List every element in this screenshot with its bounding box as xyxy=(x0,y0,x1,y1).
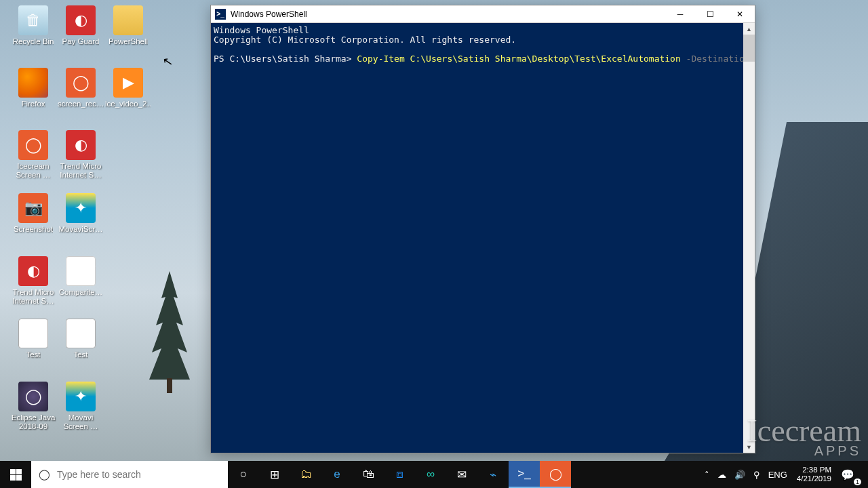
taskbar-vscode[interactable]: ⌁ xyxy=(477,461,509,488)
icon-label: MovaviScr… xyxy=(58,225,102,234)
icon-label: Movavi Screen … xyxy=(58,413,104,431)
app-icon: ▶ xyxy=(113,68,143,98)
tray-network-icon[interactable]: ⚲ xyxy=(749,461,764,488)
window-title: Windows PowerShell xyxy=(231,9,665,19)
desktop-icon-ice-video-2[interactable]: ▶ice_video_2… xyxy=(105,68,151,108)
desktop-icon-trend-micro-internet-s[interactable]: ◐Trend Micro Internet S… xyxy=(10,256,56,306)
app-icon: ≣ xyxy=(18,319,48,348)
scroll-down-icon[interactable]: ▼ xyxy=(743,441,755,453)
icon-label: Test xyxy=(73,350,87,359)
icon-label: Trend Micro Internet S… xyxy=(10,288,56,306)
icon-label: Pay Guard xyxy=(62,37,100,46)
taskbar: ◯ ○ ⊞ 🗂 e 🛍 ⧈ ∞ ✉ ⌁ >_ ◯ ˄ ☁ 🔊 ⚲ ENG 2:3… xyxy=(0,461,868,488)
tray-volume-icon[interactable]: 🔊 xyxy=(730,461,749,488)
app-icon xyxy=(18,68,48,98)
tray-notifications[interactable]: 💬1 xyxy=(837,461,864,488)
app-icon: ✦ xyxy=(66,382,96,411)
taskbar-search[interactable]: ◯ xyxy=(31,461,228,488)
taskbar-icecream[interactable]: ◯ xyxy=(540,461,571,488)
desktop-icon-eclipse-java-2018-09[interactable]: ◯Eclipse Java 2018-09 xyxy=(10,382,56,431)
tray-chevron-icon[interactable]: ˄ xyxy=(701,461,713,488)
desktop-icon-powershell[interactable]: PowerShell xyxy=(105,5,151,46)
scroll-track[interactable] xyxy=(743,62,755,441)
icon-label: Comparite… xyxy=(59,288,103,297)
app-icon: PDF xyxy=(66,256,96,286)
desktop-icon-trend-micro-internet-s[interactable]: ◐Trend Micro Internet S… xyxy=(58,130,104,180)
ps-param: -Destination xyxy=(686,54,750,64)
icon-label: PowerShell xyxy=(108,37,148,46)
desktop-icon-movavi-screen[interactable]: ✦Movavi Screen … xyxy=(58,382,104,431)
scroll-thumb[interactable] xyxy=(743,35,755,62)
app-icon: ◐ xyxy=(66,130,96,160)
app-icon: ◐ xyxy=(66,5,96,35)
icon-label: Firefox xyxy=(21,100,45,108)
taskbar-store[interactable]: 🛍 xyxy=(353,461,384,488)
desktop-icon-icecream-screen[interactable]: ◯Icecream Screen … xyxy=(10,130,56,180)
icon-label: Screenshot xyxy=(14,225,53,234)
ps-prompt: PS C:\Users\Satish Sharma> xyxy=(214,54,357,64)
cortana-button[interactable]: ○ xyxy=(228,461,259,488)
desktop-icon-comparite[interactable]: PDFComparite… xyxy=(58,256,104,297)
app-icon: 📷 xyxy=(18,193,48,223)
app-icon: 🗑 xyxy=(18,5,48,35)
windows-logo-icon xyxy=(10,469,22,481)
task-view-button[interactable]: ⊞ xyxy=(259,461,290,488)
ps-header-2: Copyright (C) Microsoft Corporation. All… xyxy=(214,35,516,45)
start-button[interactable] xyxy=(0,461,31,488)
minimize-button[interactable]: ─ xyxy=(665,5,695,23)
desktop-icon-screenshot[interactable]: 📷Screenshot xyxy=(10,193,56,234)
system-tray: ˄ ☁ 🔊 ⚲ ENG 2:38 PM 4/21/2019 💬1 xyxy=(701,461,868,488)
scrollbar[interactable]: ▲ ▼ xyxy=(743,23,755,453)
ps-arg: C:\Users\Satish Sharma\Desktop\Test\Exce… xyxy=(405,54,686,64)
clock-date: 4/21/2019 xyxy=(797,474,831,483)
icon-label: Eclipse Java 2018-09 xyxy=(10,413,56,431)
desktop-icon-pay-guard[interactable]: ◐Pay Guard xyxy=(58,5,104,46)
app-icon: ◯ xyxy=(18,130,48,160)
taskbar-mail[interactable]: ✉ xyxy=(446,461,477,488)
ps-header-1: Windows PowerShell xyxy=(214,25,309,35)
icon-label: ice_video_2… xyxy=(105,100,151,108)
scroll-up-icon[interactable]: ▲ xyxy=(743,23,755,35)
icon-label: Test xyxy=(26,350,40,359)
desktop-icon-test[interactable]: ≣Test xyxy=(58,319,104,359)
search-input[interactable] xyxy=(57,469,228,480)
search-icon: ◯ xyxy=(31,468,57,481)
powershell-icon: >_ xyxy=(215,9,226,20)
desktop-icon-screen-rec[interactable]: ◯screen_rec… xyxy=(58,68,104,108)
tray-onedrive-icon[interactable]: ☁ xyxy=(713,461,730,488)
icon-label: Trend Micro Internet S… xyxy=(58,162,104,180)
app-icon: ✦ xyxy=(66,193,96,223)
taskbar-dropbox[interactable]: ⧈ xyxy=(384,461,415,488)
taskbar-spacer xyxy=(571,461,701,488)
notif-badge: 1 xyxy=(854,479,861,485)
powershell-window: >_ Windows PowerShell ─ ☐ ✕ Windows Powe… xyxy=(210,5,755,453)
icon-label: Recycle Bin xyxy=(13,37,54,46)
terminal-body[interactable]: Windows PowerShell Copyright (C) Microso… xyxy=(211,23,755,66)
desktop-icon-recycle-bin[interactable]: 🗑Recycle Bin xyxy=(10,5,56,46)
close-button[interactable]: ✕ xyxy=(725,5,755,23)
app-icon: ◯ xyxy=(18,382,48,411)
tray-clock[interactable]: 2:38 PM 4/21/2019 xyxy=(791,466,837,483)
maximize-button[interactable]: ☐ xyxy=(695,5,725,23)
taskbar-powershell[interactable]: >_ xyxy=(509,461,540,488)
taskbar-arduino[interactable]: ∞ xyxy=(415,461,446,488)
icon-label: Icecream Screen … xyxy=(10,162,56,180)
ps-cmdlet: Copy-Item xyxy=(357,54,404,64)
app-icon: ◯ xyxy=(66,68,96,98)
app-icon: ≣ xyxy=(66,319,96,348)
taskbar-edge[interactable]: e xyxy=(321,461,353,488)
app-icon: ◐ xyxy=(18,256,48,286)
titlebar[interactable]: >_ Windows PowerShell ─ ☐ ✕ xyxy=(211,5,755,23)
desktop-icon-firefox[interactable]: Firefox xyxy=(10,68,56,108)
desktop-icon-test[interactable]: ≣Test xyxy=(10,319,56,359)
app-icon xyxy=(113,5,143,35)
desktop-icon-movaviscr[interactable]: ✦MovaviScr… xyxy=(58,193,104,234)
clock-time: 2:38 PM xyxy=(797,466,831,474)
icon-label: screen_rec… xyxy=(58,100,104,108)
tray-language[interactable]: ENG xyxy=(764,461,791,488)
taskbar-explorer[interactable]: 🗂 xyxy=(290,461,321,488)
